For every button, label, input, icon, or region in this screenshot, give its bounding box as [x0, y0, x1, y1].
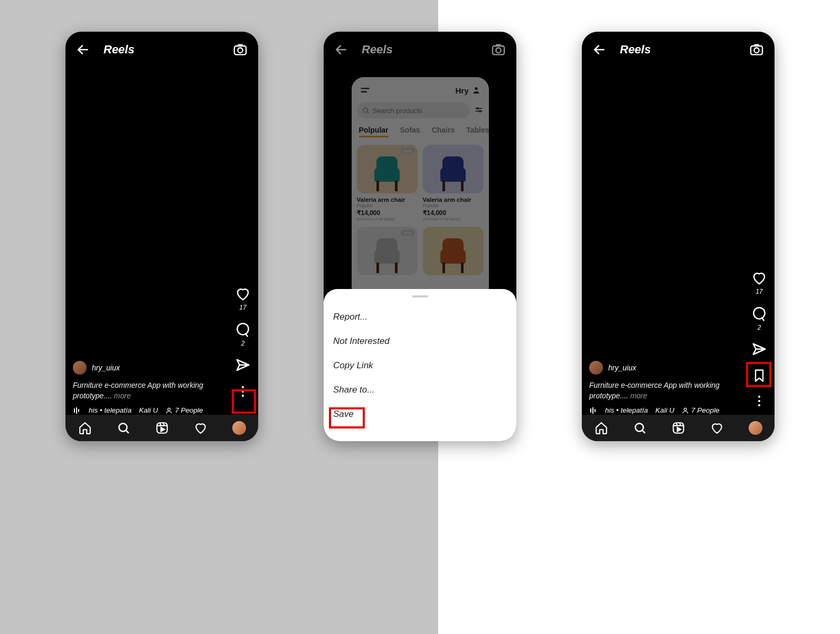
search-placeholder: Search products — [373, 107, 423, 115]
svg-point-12 — [119, 423, 127, 431]
product-card[interactable]: new — [357, 227, 418, 275]
like-count: 17 — [756, 288, 762, 295]
caption-more[interactable]: more — [112, 391, 131, 400]
comment-count: 2 — [241, 340, 245, 347]
like-count: 17 — [239, 304, 246, 311]
search-icon — [362, 107, 370, 114]
camera-icon[interactable] — [233, 42, 248, 57]
svg-point-2 — [238, 48, 242, 53]
nav-search-icon[interactable] — [117, 421, 130, 435]
comment-icon[interactable] — [235, 322, 251, 338]
svg-point-37 — [758, 400, 760, 402]
sheet-share-to[interactable]: Share to... — [333, 378, 507, 402]
nav-activity-icon[interactable] — [710, 421, 724, 435]
product-search-input[interactable]: Search products — [357, 102, 470, 118]
svg-point-25 — [363, 108, 367, 112]
highlight-bookmark — [746, 362, 771, 387]
sound-bars-icon — [589, 406, 598, 415]
badge-new: new — [401, 148, 414, 154]
nav-profile-avatar[interactable] — [232, 421, 246, 435]
bottom-nav — [582, 415, 775, 441]
comment-icon[interactable] — [751, 306, 767, 322]
reel-info: hry_uiux Furniture e-commerce App with w… — [589, 361, 738, 416]
nav-home-icon[interactable] — [78, 421, 92, 435]
reels-title: Reels — [362, 43, 393, 57]
like-icon[interactable] — [235, 286, 251, 302]
svg-point-3 — [237, 323, 248, 334]
svg-rect-8 — [74, 408, 75, 413]
back-icon[interactable] — [334, 43, 348, 57]
reels-topbar: Reels — [65, 42, 258, 57]
like-icon[interactable] — [751, 270, 767, 286]
svg-rect-39 — [590, 408, 591, 413]
back-icon[interactable] — [592, 43, 606, 57]
svg-point-33 — [754, 48, 759, 53]
product-card[interactable] — [423, 227, 484, 275]
phone-reels-sheet: Reels Hry Search products — [324, 32, 516, 441]
nav-reels-icon[interactable] — [155, 421, 169, 435]
share-icon[interactable] — [751, 342, 767, 358]
camera-icon[interactable] — [491, 42, 506, 57]
more-options-icon[interactable] — [752, 394, 767, 408]
product-card[interactable]: Valeria arm chair Popular ₹14,000 (inclu… — [423, 145, 484, 221]
caption-more[interactable]: more — [628, 391, 647, 400]
svg-point-29 — [477, 108, 478, 109]
reels-title: Reels — [103, 43, 135, 57]
phone-reels-saved: Reels 17 2 — [582, 32, 775, 441]
hamburger-icon[interactable] — [360, 85, 372, 96]
product-card[interactable]: new Valeria arm chair Popular ₹14,000 (i… — [357, 145, 418, 221]
svg-rect-41 — [594, 409, 596, 412]
share-icon[interactable] — [235, 358, 251, 374]
camera-icon[interactable] — [749, 42, 764, 57]
phone-reels-main: Reels 17 2 hry_uiux — [65, 32, 258, 441]
svg-point-21 — [496, 48, 501, 53]
bottom-nav — [65, 415, 258, 441]
svg-point-43 — [635, 423, 643, 431]
badge-new: new — [401, 230, 414, 236]
svg-line-13 — [126, 430, 128, 433]
product-username: Hry — [455, 86, 468, 95]
sound-bars-icon — [73, 406, 81, 415]
sheet-grabber[interactable] — [412, 295, 428, 297]
sheet-report[interactable]: Report... — [333, 305, 507, 329]
tab-popular[interactable]: Polpular — [359, 126, 389, 137]
sheet-not-interested[interactable]: Not Interested — [333, 329, 507, 353]
person-icon — [472, 86, 480, 95]
reel-caption[interactable]: Furniture e-commerce App with working pr… — [73, 380, 221, 402]
filter-icon[interactable] — [474, 106, 484, 115]
author-avatar[interactable] — [73, 361, 87, 375]
nav-profile-avatar[interactable] — [749, 421, 762, 435]
svg-rect-10 — [78, 409, 79, 412]
tab-sofas[interactable]: Sofas — [400, 126, 420, 137]
tab-chairs[interactable]: Chairs — [432, 126, 455, 137]
reels-topbar: Reels — [324, 42, 516, 57]
reel-content-product-app: Hry Search products Polpular Sofas Chair… — [352, 77, 489, 299]
back-icon[interactable] — [76, 43, 90, 57]
highlight-more-options — [232, 389, 256, 414]
nav-home-icon[interactable] — [594, 421, 608, 435]
svg-point-30 — [479, 110, 480, 112]
sheet-copy-link[interactable]: Copy Link — [333, 353, 507, 378]
product-grid: new Valeria arm chair Popular ₹14,000 (i… — [357, 145, 484, 275]
author-username[interactable]: hry_uiux — [608, 362, 636, 373]
reel-side-actions: 17 2 — [751, 270, 767, 408]
svg-rect-9 — [76, 407, 77, 414]
nav-search-icon[interactable] — [633, 421, 647, 435]
svg-line-44 — [642, 430, 645, 433]
comment-count: 2 — [758, 324, 761, 331]
svg-marker-49 — [677, 427, 681, 432]
reels-title: Reels — [620, 43, 651, 57]
author-username[interactable]: hry_uiux — [92, 362, 120, 373]
svg-marker-18 — [161, 427, 164, 432]
nav-reels-icon[interactable] — [672, 421, 685, 435]
reels-topbar: Reels — [582, 42, 775, 57]
svg-point-36 — [758, 396, 760, 398]
reel-caption[interactable]: Furniture e-commerce App with working pr… — [589, 380, 738, 402]
highlight-save-option — [329, 407, 365, 428]
svg-line-26 — [367, 111, 369, 113]
product-tabs: Polpular Sofas Chairs Tables — [357, 126, 484, 137]
tab-tables[interactable]: Tables — [466, 126, 489, 137]
nav-activity-icon[interactable] — [194, 421, 207, 435]
svg-rect-40 — [592, 407, 593, 414]
author-avatar[interactable] — [589, 361, 603, 375]
